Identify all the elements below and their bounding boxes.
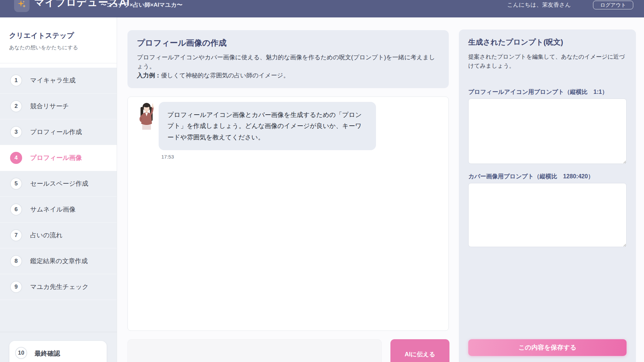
sidebar-step-7[interactable]: 7 占いの流れ <box>0 223 117 248</box>
chat-input[interactable] <box>127 339 382 362</box>
step-list: 1 マイキャラ生成 2 競合リサーチ 3 プロフィール作成 4 プロフィール画像… <box>0 68 117 362</box>
step-label: プロフィール作成 <box>30 128 82 136</box>
section-description: プロフィールアイコンやカバー画像に使える、魅力的な画像を作るための呪文(プロンプ… <box>137 53 439 71</box>
sidebar-step-6[interactable]: 6 サムネイル画像 <box>0 197 117 223</box>
step-label: サムネイル画像 <box>30 205 75 214</box>
input-example-text: 優しくて神秘的な雰囲気の占い師のイメージ。 <box>161 72 289 79</box>
step-label: セールスページ作成 <box>30 179 88 188</box>
step-label: 最終確認 <box>35 347 60 358</box>
send-to-ai-button[interactable]: AIに伝える <box>390 339 449 362</box>
step-number-badge: 3 <box>10 126 22 138</box>
app-header: マイプロデュースAI 〜ココナラ×占い師×AIマユカ〜 こんにちは、茉友香さん … <box>0 0 644 17</box>
input-example: 入力例：優しくて神秘的な雰囲気の占い師のイメージ。 <box>137 71 439 80</box>
sidebar-divider <box>0 63 117 63</box>
sidebar-step-9[interactable]: 9 マユカ先生チェック <box>0 274 117 300</box>
step-number-badge: 5 <box>10 178 22 190</box>
step-number-badge: 9 <box>10 281 22 293</box>
step-number-badge: 10 <box>15 347 27 359</box>
chat-message-bubble: プロフィールアイコン画像とカバー画像を生成するための「プロンプト」を作成しましょ… <box>159 102 376 150</box>
sidebar-step-2[interactable]: 2 競合リサーチ <box>0 94 117 119</box>
step-label: マユカ先生チェック <box>30 283 89 291</box>
assistant-character-avatar <box>136 101 157 130</box>
icon-prompt-textarea[interactable] <box>468 99 627 164</box>
step-number-badge: 4 <box>10 152 22 164</box>
cover-prompt-textarea[interactable] <box>468 183 627 247</box>
sidebar-step-5[interactable]: 5 セールスページ作成 <box>0 171 117 197</box>
prompt-panel-title: 生成されたプロンプト(呪文) <box>468 38 627 47</box>
cover-prompt-label: カバー画像用プロンプト（縦横比 1280:420） <box>468 172 627 180</box>
logout-button[interactable]: ログアウト <box>593 1 633 9</box>
step-number-badge: 1 <box>10 74 22 86</box>
save-button[interactable]: この内容を保存する <box>468 339 627 356</box>
app-root: マイプロデュースAI 〜ココナラ×占い師×AIマユカ〜 こんにちは、茉友香さん … <box>0 0 644 362</box>
input-example-label: 入力例： <box>137 72 161 79</box>
sidebar-title: クリエイトステップ <box>9 31 74 40</box>
sidebar-step-4-active[interactable]: 4 プロフィール画像 <box>0 145 117 171</box>
section-title: プロフィール画像の作成 <box>137 38 439 48</box>
sidebar-step-1[interactable]: 1 マイキャラ生成 <box>0 68 117 94</box>
sidebar-step-10[interactable]: 10 最終確認 <box>9 341 107 362</box>
icon-prompt-label: プロフィールアイコン用プロンプト（縦横比 1:1） <box>468 88 627 96</box>
sidebar-bottom-divider <box>0 332 117 332</box>
user-greeting: こんにちは、茉友香さん <box>507 1 571 9</box>
sparkles-icon-glyph <box>17 0 27 9</box>
intro-card: プロフィール画像の作成 プロフィールアイコンやカバー画像に使える、魅力的な画像を… <box>127 30 449 88</box>
step-number-badge: 8 <box>10 255 22 267</box>
step-label: プロフィール画像 <box>30 154 82 162</box>
chat-panel: プロフィールアイコン画像とカバー画像を生成するための「プロンプト」を作成しましょ… <box>127 97 449 331</box>
step-number-badge: 2 <box>10 100 22 112</box>
sparkles-icon <box>14 0 30 12</box>
step-number-badge: 7 <box>10 229 22 241</box>
avatar-illustration <box>136 101 157 130</box>
step-label: 鑑定結果の文章作成 <box>30 257 88 265</box>
step-label: マイキャラ生成 <box>30 76 75 85</box>
step-number-badge: 6 <box>10 203 22 216</box>
app-subtitle: 〜ココナラ×占い師×AIマユカ〜 <box>101 1 182 9</box>
sidebar-step-3[interactable]: 3 プロフィール作成 <box>0 119 117 145</box>
prompt-panel: 生成されたプロンプト(呪文) 提案されたプロンプトを編集して、あなたのイメージに… <box>459 29 636 362</box>
sidebar: クリエイトステップ あなたの想いをかたちにする 1 マイキャラ生成 2 競合リサ… <box>0 17 117 362</box>
step-label: 競合リサーチ <box>30 102 69 111</box>
step-label: 占いの流れ <box>30 231 62 240</box>
sidebar-step-8[interactable]: 8 鑑定結果の文章作成 <box>0 248 117 274</box>
sidebar-subtitle: あなたの想いをかたちにする <box>9 44 78 51</box>
message-timestamp: 17:53 <box>161 154 174 160</box>
prompt-panel-description: 提案されたプロンプトを編集して、あなたのイメージに近づけてみましょう。 <box>468 52 627 70</box>
